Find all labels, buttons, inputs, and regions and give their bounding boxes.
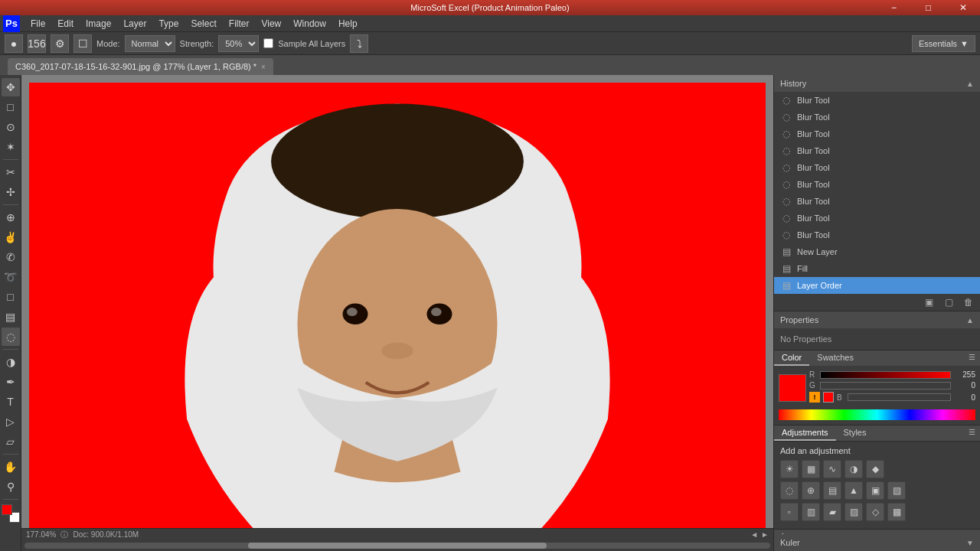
green-slider-track[interactable] [820,382,951,390]
history-item-blur9[interactable]: ◌ Blur Tool [774,227,980,243]
vibrance-btn[interactable]: ◆ [866,460,884,478]
maximize-button[interactable]: □ [911,0,946,15]
history-camera-btn[interactable]: ▢ [940,295,957,309]
menu-help[interactable]: Help [332,17,364,31]
shape-tool[interactable]: ▱ [2,432,20,451]
menu-image[interactable]: Image [80,17,117,31]
brush-mode-btn[interactable]: ☐ [74,34,92,53]
pattern-stamp-btn[interactable]: ▩ [887,503,906,521]
selective-color-btn[interactable]: ◇ [866,503,884,521]
eraser-tool[interactable]: □ [2,288,20,306]
mode-select[interactable]: Normal [125,35,175,52]
properties-collapse-icon[interactable]: ▲ [966,316,974,324]
zoom-tool[interactable]: ⚲ [2,478,20,496]
color-spectrum-bar[interactable] [779,409,975,420]
hscroll-track[interactable] [24,543,770,549]
levels-btn[interactable]: ▦ [802,460,820,478]
color-panel-menu[interactable]: ☰ [964,350,980,366]
history-item-blur8[interactable]: ◌ Blur Tool [774,210,980,227]
history-item-fill[interactable]: ▤ Fill [774,260,980,277]
tab-adjustments[interactable]: Adjustments [774,425,836,441]
restore-btn[interactable]: ⤵ [350,34,368,53]
foreground-color-swatch[interactable] [2,504,12,515]
threshold-btn[interactable]: ▰ [823,503,841,521]
magic-wand-tool[interactable]: ✶ [2,138,20,156]
dodge-tool[interactable]: ◑ [2,353,20,371]
gamut-warning-swatch[interactable] [823,392,834,403]
history-item-new-layer[interactable]: ▤ New Layer [774,243,980,260]
hue-saturation-btn[interactable]: ◌ [780,481,799,500]
color-balance-btn[interactable]: ⊕ [802,481,820,500]
tab-styles[interactable]: Styles [836,425,874,441]
pen-tool[interactable]: ✒ [2,373,20,391]
type-tool[interactable]: T [2,393,20,411]
history-item-blur6[interactable]: ◌ Blur Tool [774,176,980,193]
history-collapse-icon[interactable]: ▲ [966,80,974,88]
color-lookup-btn[interactable]: ▧ [887,481,906,500]
posterize-btn[interactable]: ▥ [802,503,820,521]
history-item-blur4[interactable]: ◌ Blur Tool [774,142,980,159]
canvas-area[interactable]: 177.04% ⓘ Doc: 900.0K/1.10M ◄ ► [21,75,773,551]
eyedropper-tool[interactable]: ✢ [2,183,20,201]
minimize-button[interactable]: − [877,0,911,15]
color-preview-box[interactable] [779,374,806,402]
history-item-blur3[interactable]: ◌ Blur Tool [774,126,980,142]
brush-tool[interactable]: ✌ [2,228,20,246]
hscroll-thumb[interactable] [248,543,547,549]
gradient-map-btn[interactable]: ▨ [844,503,863,521]
photo-filter-btn[interactable]: ▲ [844,481,863,500]
history-item-blur1[interactable]: ◌ Blur Tool [774,92,980,109]
history-panel-header[interactable]: History ▲ [774,75,980,92]
tab-close-button[interactable]: × [261,63,266,71]
blue-slider-track[interactable] [848,393,951,401]
black-white-btn[interactable]: ▤ [823,481,841,500]
brush-settings-btn[interactable]: ⚙ [51,34,69,53]
menu-view[interactable]: View [255,17,287,31]
crop-tool[interactable]: ✂ [2,163,20,181]
heal-tool[interactable]: ⊕ [2,208,20,227]
history-delete-btn[interactable]: 🗑 [960,295,977,309]
history-item-blur7[interactable]: ◌ Blur Tool [774,193,980,210]
brightness-contrast-btn[interactable]: ☀ [780,460,799,478]
curves-btn[interactable]: ∿ [823,460,841,478]
menu-select[interactable]: Select [185,17,222,31]
canvas-hscroll[interactable] [21,540,773,551]
clone-stamp-tool[interactable]: ✆ [2,248,20,266]
essentials-button[interactable]: Essentials ▼ [912,35,975,52]
menu-filter[interactable]: Filter [223,17,256,31]
marquee-tool[interactable]: □ [2,98,20,116]
document-tab[interactable]: C360_2017-07-18-15-16-32-901.jpg @ 177% … [8,58,273,75]
history-snapshot-btn[interactable]: ▣ [920,295,937,309]
menu-window[interactable]: Window [287,17,332,31]
gradient-tool[interactable]: ▤ [2,308,20,326]
sample-all-layers-checkbox[interactable] [263,38,273,48]
exposure-btn[interactable]: ◑ [844,460,863,478]
invert-btn[interactable]: ▫ [780,503,799,521]
close-button[interactable]: ✕ [946,0,980,15]
menu-file[interactable]: File [24,17,51,31]
hand-tool[interactable]: ✋ [2,458,20,476]
history-item-blur5[interactable]: ◌ Blur Tool [774,159,980,176]
move-tool[interactable]: ✥ [2,78,20,96]
history-item-blur2[interactable]: ◌ Blur Tool [774,109,980,126]
next-frame-btn[interactable]: ► [761,530,769,539]
red-slider-track[interactable] [820,371,951,379]
kuler-panel-header[interactable]: Kuler ▼ [774,534,980,551]
history-brush-tool[interactable]: ➰ [2,268,20,286]
tab-color[interactable]: Color [774,350,809,366]
properties-panel-header[interactable]: Properties ▲ [774,311,980,328]
prev-frame-btn[interactable]: ◄ [750,530,758,539]
path-select-tool[interactable]: ▷ [2,412,20,431]
kuler-collapse-icon[interactable]: ▼ [966,539,974,547]
channel-mixer-btn[interactable]: ▣ [866,481,884,500]
menu-type[interactable]: Type [152,17,185,31]
blur-tool[interactable]: ◌ [2,328,20,346]
brush-tool-btn[interactable]: ● [5,34,23,53]
strength-select[interactable]: 50% [218,35,259,52]
menu-layer[interactable]: Layer [117,17,152,31]
brush-size-btn[interactable]: 156 [28,34,46,53]
tab-swatches[interactable]: Swatches [809,350,861,366]
adjustments-panel-menu[interactable]: ☰ [964,425,980,441]
menu-edit[interactable]: Edit [51,17,80,31]
lasso-tool[interactable]: ⊙ [2,118,20,136]
